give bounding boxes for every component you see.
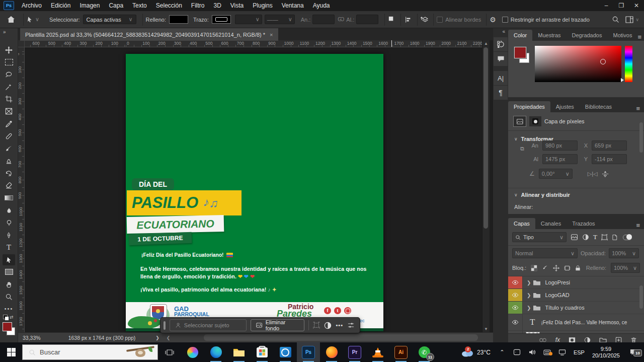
canvas-vertical-scrollbar[interactable]: ▲ ▼: [482, 40, 490, 332]
layer-visibility-eye-icon[interactable]: [508, 331, 523, 333]
properties-scroll-thumb[interactable]: [639, 122, 643, 153]
scroll-up-icon[interactable]: ▲: [484, 41, 488, 46]
close-button[interactable]: ✕: [629, 1, 644, 11]
layer-visibility-eye-icon[interactable]: [508, 289, 523, 301]
restore-button[interactable]: ❐: [614, 1, 629, 11]
scroll-down-icon[interactable]: ▼: [484, 327, 488, 331]
filter-adjustment-layers-icon[interactable]: [582, 234, 589, 241]
edge-icon[interactable]: [204, 342, 227, 362]
notes-panel-icon[interactable]: [494, 52, 508, 66]
premiere-icon[interactable]: Pr: [343, 342, 366, 362]
frame-tool[interactable]: [3, 106, 15, 117]
menu-imagen[interactable]: Imagen: [75, 2, 104, 9]
layer-row-t-tulo-y-cuadros[interactable]: ❯Título y cuadros: [508, 302, 644, 314]
lasso-tool[interactable]: [3, 69, 15, 80]
menu-vista[interactable]: Vista: [226, 2, 248, 9]
weather-widget[interactable]: 2 23°C: [459, 348, 493, 357]
tab-trazados[interactable]: Trazados: [567, 218, 600, 229]
tab-degradados[interactable]: Degradados: [567, 30, 608, 41]
task-view-button[interactable]: [158, 342, 181, 362]
menu-edición[interactable]: Edición: [46, 2, 75, 9]
layer-name[interactable]: ¡Feliz Día del Pas... Valle Hermoso, ce: [541, 320, 627, 325]
filter-type-layers-icon[interactable]: T: [593, 233, 597, 241]
firefox-icon[interactable]: [320, 342, 343, 362]
canvas-viewport[interactable]: DÍA DEL PASILLO ♪♫ ECUATORIANO 1 DE OCTU…: [24, 47, 482, 332]
photoshop-taskbar-icon[interactable]: Ps: [297, 342, 320, 362]
layer-row-logogad[interactable]: ❯LogoGAD: [508, 289, 644, 302]
layers-panel-menu-icon[interactable]: ≡: [636, 222, 640, 229]
character-panel-icon[interactable]: A|: [494, 71, 508, 85]
tab-capas[interactable]: Capas: [508, 218, 535, 229]
lock-pixels-icon[interactable]: [542, 265, 548, 271]
clone-stamp-tool[interactable]: [3, 155, 15, 166]
menu-3d[interactable]: 3D: [209, 2, 225, 9]
blur-tool[interactable]: [3, 205, 15, 216]
file-explorer-icon[interactable]: [227, 342, 251, 362]
lock-transparency-icon[interactable]: [531, 265, 537, 271]
move-tool-icon[interactable]: [27, 16, 33, 23]
constrain-path-checkbox[interactable]: [502, 17, 508, 23]
layer-name[interactable]: Título y cuadros: [545, 305, 584, 311]
ruler-origin-corner[interactable]: [18, 40, 25, 47]
path-operations-icon[interactable]: [388, 16, 395, 23]
transform-collapse-icon[interactable]: ∨: [514, 136, 518, 141]
spot-healing-brush-tool[interactable]: [3, 130, 15, 141]
tab-color[interactable]: Color: [508, 30, 532, 41]
layer-visibility-eye-icon[interactable]: [508, 314, 523, 330]
layer-visibility-eye-icon[interactable]: [508, 276, 523, 288]
search-icon[interactable]: [612, 16, 619, 23]
group-expand-chevron-icon[interactable]: ❯: [527, 280, 531, 285]
horizontal-ruler[interactable]: 6005004003002001000100200300400500600700…: [18, 40, 482, 47]
tab-canales[interactable]: Canales: [535, 218, 567, 229]
status-prev-icon[interactable]: ❮: [167, 335, 171, 340]
language-indicator[interactable]: ESP: [572, 349, 586, 355]
vertical-ruler[interactable]: 0100200300400500600700800900100011001200…: [18, 47, 25, 332]
flip-horizontal-icon[interactable]: ▷|◁: [588, 171, 598, 177]
workspace-switcher-icon[interactable]: [625, 16, 633, 23]
path-arrangement-icon[interactable]: [421, 16, 429, 24]
menu-capa[interactable]: Capa: [104, 2, 128, 9]
lock-position-icon[interactable]: [553, 265, 559, 271]
more-options-icon[interactable]: •••: [336, 322, 343, 328]
hue-slider-arrow[interactable]: [621, 78, 624, 82]
mask-icon[interactable]: [529, 116, 541, 126]
context-bar-drag-handle[interactable]: [164, 321, 166, 330]
gear-icon[interactable]: ⚙: [490, 16, 496, 24]
filter-pixel-layers-icon[interactable]: [571, 234, 578, 240]
crop-tool[interactable]: [3, 93, 15, 104]
hand-tool[interactable]: [3, 279, 15, 290]
search-highlight-sloth-graphic[interactable]: [126, 346, 154, 359]
tab-bibliotecas[interactable]: Bibliotecas: [580, 101, 617, 112]
layer-name[interactable]: LogoGAD: [545, 292, 569, 298]
filter-smart-objects-icon[interactable]: [612, 234, 618, 241]
more-tools-icon[interactable]: •••: [3, 303, 15, 314]
history-brush-tool[interactable]: [3, 168, 15, 179]
expand-panels-icon[interactable]: «: [493, 28, 508, 35]
whatsapp-icon[interactable]: ✆ 11: [413, 342, 436, 362]
fill-swatch[interactable]: [169, 15, 188, 24]
tab-ajustes[interactable]: Ajustes: [550, 101, 580, 112]
tray-input-icon[interactable]: [542, 349, 553, 355]
menu-plugins[interactable]: Plugins: [248, 2, 277, 9]
tray-volume-icon[interactable]: [527, 349, 538, 355]
path-alignment-icon[interactable]: [404, 16, 412, 23]
layers-scroll-thumb[interactable]: [639, 285, 643, 309]
layer-row--feliz-d-a-del-pas-valle-hermoso-ce[interactable]: T¡Feliz Día del Pas... Valle Hermoso, ce: [508, 314, 644, 331]
group-expand-chevron-icon[interactable]: ❯: [527, 305, 531, 311]
vlc-icon[interactable]: [366, 342, 389, 362]
menu-ventana[interactable]: Ventana: [277, 2, 308, 9]
layer-visibility-eye-icon[interactable]: [508, 302, 523, 314]
pixel-layer-icon[interactable]: [513, 116, 526, 127]
toolbar-collapse-icon[interactable]: »: [0, 28, 18, 35]
tab-propiedades[interactable]: Propiedades: [508, 101, 550, 112]
illustrator-icon[interactable]: Ai: [389, 342, 413, 362]
move-tool[interactable]: [3, 44, 15, 55]
filter-toggle[interactable]: [623, 235, 632, 240]
brush-tool[interactable]: [3, 143, 15, 154]
flip-vertical-icon[interactable]: [602, 171, 609, 177]
align-collapse-icon[interactable]: ∨: [514, 192, 518, 197]
adjustments-icon[interactable]: [324, 322, 332, 329]
properties-sliders-icon[interactable]: [347, 322, 355, 329]
layer-row-logopresi[interactable]: ❯LogoPresi: [508, 276, 644, 289]
dodge-tool[interactable]: [3, 217, 15, 228]
